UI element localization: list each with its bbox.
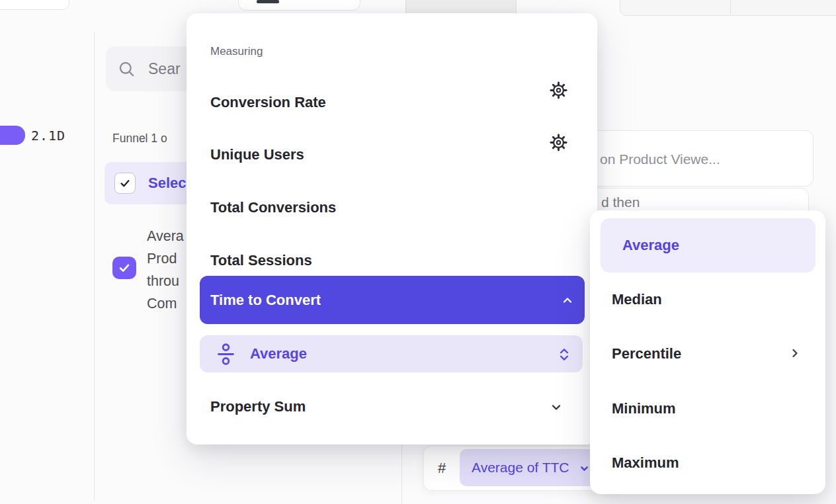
conversion-time-value: 2.1D: [31, 126, 65, 145]
menu-item-minimum[interactable]: Minimum: [612, 400, 676, 417]
top-left-card: [0, 0, 69, 10]
ttc-aggregation-value: Average: [250, 335, 307, 372]
step-description-text: Avera Prod throu Com: [147, 225, 188, 315]
conversion-time-badge: [0, 126, 25, 145]
menu-item-average-selected[interactable]: Average: [601, 218, 815, 273]
average-of-ttc-label: Average of TTC: [472, 449, 569, 486]
app-canvas: Sear 2.1D Funnel 1 o Selec Avera Prod th…: [0, 0, 836, 504]
left-column-divider: [94, 32, 95, 501]
gear-icon[interactable]: [550, 134, 567, 154]
and-then-text: d then: [601, 194, 640, 210]
time-to-convert-label: Time to Convert: [210, 276, 321, 324]
toolbar-button-icon: [257, 0, 279, 3]
menu-item-conversion-rate[interactable]: Conversion Rate: [210, 94, 326, 111]
chevron-right-icon: [788, 347, 802, 362]
funnel-step-heading: Funnel 1 o: [112, 132, 187, 146]
gear-icon[interactable]: [550, 81, 567, 102]
ttc-aggregation-select[interactable]: Average: [200, 335, 583, 372]
menu-item-unique-users[interactable]: Unique Users: [210, 146, 304, 163]
measuring-menu-title: Measuring: [210, 45, 263, 58]
step-checkbox-purple[interactable]: [112, 257, 136, 279]
event-selector-card[interactable]: on Product Viewe...: [567, 130, 814, 187]
chevron-down-icon: [550, 401, 563, 417]
menu-item-percentile[interactable]: Percentile: [612, 345, 681, 362]
average-of-ttc-dropdown[interactable]: Average of TTC: [460, 449, 602, 486]
average-label: Average: [622, 218, 679, 273]
top-right-table-header: [620, 0, 836, 16]
event-selector-text: on Product Viewe...: [600, 131, 812, 187]
menu-item-median[interactable]: Median: [612, 291, 662, 308]
step-checkbox-checked[interactable]: [114, 173, 136, 194]
table-column-divider: [730, 0, 731, 15]
divide-icon: [217, 343, 235, 368]
search-icon: [118, 60, 136, 81]
measuring-menu: Measuring Conversion Rate Unique Users: [187, 13, 597, 444]
menu-item-total-conversions[interactable]: Total Conversions: [210, 199, 336, 216]
aggregation-menu: Average Median Percentile Minimum Maximu…: [590, 210, 825, 494]
chevron-updown-icon: [558, 347, 570, 364]
top-toolbar-button[interactable]: [238, 0, 360, 11]
menu-item-total-sessions[interactable]: Total Sessions: [210, 252, 312, 269]
menu-item-maximum[interactable]: Maximum: [612, 454, 679, 472]
numeric-type-prefix: #: [438, 446, 446, 490]
menu-item-property-sum[interactable]: Property Sum: [210, 398, 306, 415]
chevron-up-icon: [561, 294, 574, 310]
menu-item-time-to-convert-selected[interactable]: Time to Convert: [200, 276, 585, 324]
selected-step-row[interactable]: Selec: [104, 162, 193, 204]
chevron-down-icon: [579, 463, 590, 477]
